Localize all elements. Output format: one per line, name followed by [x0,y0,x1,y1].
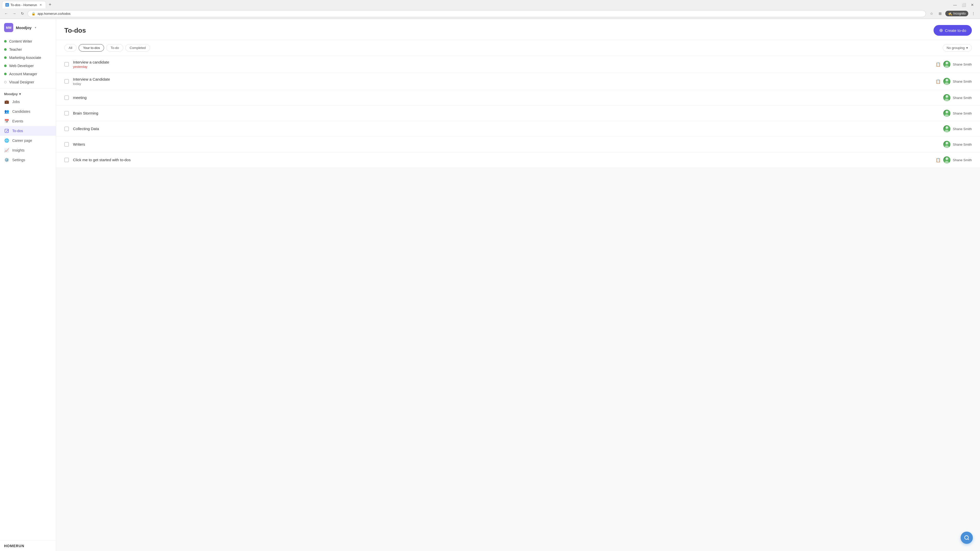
sidebar-item-jobs[interactable]: 💼 Jobs [0,97,56,106]
sidebar: MM Moodjoy ▾ Content Writer Teacher Mark… [0,19,56,551]
todo-date: yesterday [73,65,932,68]
section-chevron-icon: ▾ [19,92,21,96]
table-row: Interview a Candidate today 📋 Shane Smit… [56,73,980,90]
sidebar-item-insights[interactable]: 📈 Insights [0,145,56,155]
todo-checkbox[interactable] [64,95,69,100]
sidebar-item-events[interactable]: 📅 Events [0,116,56,126]
incognito-badge: 🕵 Incognito [945,11,968,16]
company-name: Moodjoy [16,25,32,30]
assignee-name: Shane Smith [953,111,972,115]
tab-label: To-dos - Homerun [11,3,37,7]
page-title: To-dos [64,27,86,35]
active-dot-icon [4,56,6,59]
url-bar[interactable]: 🔒 app.homerun.co/todos [27,10,926,17]
briefcase-icon: 💼 [4,99,9,104]
svg-point-1 [965,536,969,540]
sidebar-item-career-page[interactable]: 🌐 Career page [0,136,56,145]
sidebar-scroll: Content Writer Teacher Marketing Associa… [0,36,56,540]
sidebar-item-web-developer[interactable]: Web Developer [0,62,56,70]
todo-title: Click me to get started with to-dos [73,158,932,162]
tab-close-button[interactable]: ✕ [38,3,43,7]
active-dot-icon [4,73,6,75]
sidebar-item-visual-designer[interactable]: Visual Designer [0,78,56,86]
todo-list: Interview a candidate yesterday 📋 Shane … [56,56,980,551]
todo-title: meeting [73,95,939,100]
company-header[interactable]: MM Moodjoy ▾ [0,19,56,36]
notes-icon: 📋 [935,62,941,67]
forward-button[interactable]: → [11,11,18,17]
assignee-name: Shane Smith [953,158,972,162]
filter-completed-button[interactable]: Completed [125,44,150,52]
avatar [943,125,950,132]
assignee-name: Shane Smith [953,62,972,66]
main-content: To-dos ⊕ Create to-do All Your to-dos To… [56,19,980,551]
candidates-icon: 👥 [4,109,9,114]
todo-content: Writers [73,142,939,147]
sidebar-item-account-manager[interactable]: Account Manager [0,70,56,78]
maximize-button[interactable]: ⬜ [960,1,967,8]
avatar [943,141,950,148]
todo-checkbox[interactable] [64,158,69,162]
todo-meta: Shane Smith [943,110,972,117]
assignee-name: Shane Smith [953,143,972,146]
sidebar-item-marketing-associate[interactable]: Marketing Associate [0,54,56,62]
browser-chrome: H To-dos - Homerun ✕ + — ⬜ ✕ ← → ↻ 🔒 app… [0,0,980,19]
todo-date: today [73,82,932,86]
filter-todo-button[interactable]: To-do [106,44,123,52]
sidebar-item-content-writer[interactable]: Content Writer [0,37,56,45]
bookmark-icon[interactable]: ☆ [928,10,935,17]
table-row: Collecting Data Shane Smith [56,121,980,137]
todo-title: Brain Storming [73,111,939,115]
table-row: meeting Shane Smith [56,90,980,106]
search-fab-button[interactable] [961,532,973,544]
filter-bar: All Your to-dos To-do Completed No group… [56,40,980,56]
todo-content: meeting [73,95,939,100]
filter-your-todos-button[interactable]: Your to-dos [79,44,104,52]
tab-bar: H To-dos - Homerun ✕ + — ⬜ ✕ [0,0,980,8]
sidebar-section-moodjoy[interactable]: Moodjoy ▾ [0,89,56,97]
grouping-control[interactable]: No grouping ▾ [943,44,972,52]
todo-checkbox[interactable] [64,79,69,84]
assignee-name: Shane Smith [953,79,972,83]
grouping-chevron-icon: ▾ [966,46,968,50]
new-tab-button[interactable]: + [46,1,54,8]
browser-tab[interactable]: H To-dos - Homerun ✕ [2,1,46,8]
minimize-button[interactable]: — [951,1,959,8]
todo-title: Interview a Candidate [73,77,932,81]
sidebar-footer: HOMERUN [0,540,56,551]
todo-checkbox[interactable] [64,111,69,116]
todo-checkbox[interactable] [64,127,69,131]
sidebar-item-settings[interactable]: ⚙️ Settings [0,155,56,165]
sidebar-divider [0,88,56,89]
back-button[interactable]: ← [3,11,9,17]
reload-button[interactable]: ↻ [19,11,25,17]
chart-icon: 📈 [4,148,9,153]
todo-checkbox[interactable] [64,62,69,67]
assignee-name: Shane Smith [953,127,972,131]
todo-checkbox[interactable] [64,142,69,147]
filter-all-button[interactable]: All [64,44,76,52]
menu-button[interactable]: ⋮ [970,10,977,17]
url-text: app.homerun.co/todos [38,12,922,16]
plus-icon: ⊕ [939,27,943,33]
globe-icon: 🌐 [4,138,9,143]
sidebar-item-teacher[interactable]: Teacher [0,45,56,54]
todo-title: Writers [73,142,939,146]
homerun-logo: HOMERUN [4,544,52,548]
company-avatar: MM [4,23,13,32]
svg-line-2 [968,539,969,540]
todo-meta: 📋 Shane Smith [935,156,972,164]
close-window-button[interactable]: ✕ [969,1,976,8]
todo-meta: Shane Smith [943,141,972,148]
sidebar-item-todos[interactable]: To-dos [0,126,56,136]
todo-meta: Shane Smith [943,125,972,132]
sidebar-item-candidates[interactable]: 👥 Candidates [0,106,56,116]
active-dot-icon [4,48,6,51]
table-row: Click me to get started with to-dos 📋 Sh… [56,152,980,168]
split-screen-icon[interactable]: ⊞ [937,10,944,17]
create-todo-button[interactable]: ⊕ Create to-do [934,25,972,36]
active-dot-icon [4,40,6,43]
assignee-name: Shane Smith [953,96,972,100]
incognito-label: Incognito [953,12,966,15]
table-row: Brain Storming Shane Smith [56,106,980,121]
